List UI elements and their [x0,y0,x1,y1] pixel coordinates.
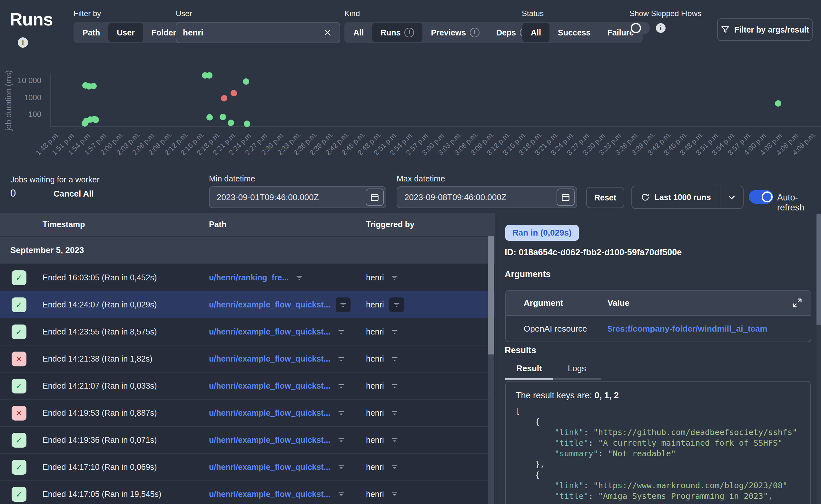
argument-value-link[interactable]: $res:f/company-folder/windmill_ai_team [608,324,767,334]
chart-point-success[interactable] [775,100,781,107]
run-timestamp: Ended 14:17:05 (Ran in 19,545s) [35,489,198,499]
table-scrollbar-thumb[interactable] [488,236,494,354]
status-option-success[interactable]: Success [550,23,599,42]
run-path-link[interactable]: u/henri/ranking_fre... [209,273,288,282]
filter-by-user-icon[interactable] [389,381,400,392]
page-title: Runs [10,9,53,30]
filter-by-user-icon[interactable] [389,272,400,283]
max-datetime-input[interactable]: 2023-09-08T09:46:00.000Z [404,192,557,202]
min-calendar-icon[interactable] [366,189,384,206]
arguments-title: Arguments [505,269,551,279]
skipped-flows-info-icon[interactable]: i [656,23,666,33]
min-datetime-input-wrap: 2023-09-01T09:46:00.000Z [209,186,386,208]
filter-by-path-icon[interactable] [336,489,347,500]
table-row[interactable]: ✓ Ended 14:21:07 (Ran in 0,033s) u/henri… [0,373,495,400]
kind-option-previews-info-icon[interactable]: i [470,28,480,37]
filter-by-path-icon[interactable] [294,272,305,283]
chart-plot-area [50,73,821,127]
arguments-table: Argument Value OpenAI resource $res:f/co… [505,290,811,342]
run-timestamp: Ended 14:17:10 (Ran in 0,069s) [35,462,198,472]
run-path-link[interactable]: u/henri/example_flow_quickst... [209,462,330,472]
chart-point-success[interactable] [90,83,97,89]
filter-by-user-icon[interactable] [389,462,400,473]
run-path-link[interactable]: u/henri/example_flow_quickst... [209,435,330,445]
filterby-option-path[interactable]: Path [74,23,108,42]
filter-by-user-icon[interactable] [389,326,400,337]
skipped-flows-group: Show Skipped Flows i [630,9,701,34]
col-timestamp: Timestamp [35,220,198,229]
filter-by-path-icon[interactable] [336,326,347,337]
filter-by-path-icon[interactable] [336,435,347,446]
run-timestamp: Ended 14:24:07 (Ran in 0,029s) [35,300,198,309]
run-path-link[interactable]: u/henri/example_flow_quickst... [209,300,330,309]
table-row[interactable]: ✕ Ended 14:21:38 (Ran in 1,82s) u/henri/… [0,345,495,373]
run-path-link[interactable]: u/henri/example_flow_quickst... [209,327,330,336]
filter-by-path-icon[interactable] [336,408,347,419]
filter-args-button[interactable]: Filter by args/result [717,18,813,41]
kind-option-runs[interactable]: Runsi [372,23,423,42]
filter-by-label: Filter by [73,9,185,18]
kind-option-previews[interactable]: Previewsi [423,23,488,42]
reset-button[interactable]: Reset [586,187,624,208]
expand-icon[interactable] [791,297,803,309]
filter-by-user-icon[interactable] [389,297,404,312]
argument-name: OpenAI resource [506,324,608,334]
chart-point-success[interactable] [243,78,249,85]
y-tick-label: 100 [9,110,41,119]
table-row[interactable]: ✓ Ended 14:23:55 (Ran in 8,575s) u/henri… [0,318,495,345]
run-triggered-by: henri [366,354,384,363]
max-calendar-icon[interactable] [557,189,575,206]
filter-by-path-icon[interactable] [336,462,347,473]
run-timestamp: Ended 16:03:05 (Ran in 0,452s) [35,273,198,282]
filter-by-path-icon[interactable] [336,354,347,364]
last-runs-button[interactable]: Last 1000 runs [631,186,744,209]
chart-point-success[interactable] [220,114,226,120]
auto-refresh-label: Auto-refresh [777,193,821,213]
chart-point-success[interactable] [228,120,234,126]
page-scrollbar-thumb[interactable] [816,214,821,325]
clear-user-icon[interactable] [322,27,333,38]
run-path-link[interactable]: u/henri/example_flow_quickst... [209,408,330,418]
auto-refresh-toggle[interactable] [749,190,773,204]
table-row[interactable]: ✓ Ended 14:17:05 (Ran in 19,545s) u/henr… [0,481,495,504]
status-filter-group: Status AllSuccessFailure [522,9,643,43]
filterby-option-user[interactable]: User [108,23,143,42]
chart-point-failure[interactable] [230,90,237,96]
refresh-icon [641,193,650,202]
filter-by-path-icon[interactable] [336,297,350,312]
tab-result[interactable]: Result [505,363,553,379]
last-runs-dropdown-chevron-icon[interactable] [720,193,743,202]
value-col-header: Value [608,298,630,308]
min-datetime-input[interactable]: 2023-09-01T09:46:00.000Z [217,192,366,202]
table-row[interactable]: ✓ Ended 14:17:10 (Ran in 0,069s) u/henri… [0,454,495,481]
table-row[interactable]: ✓ Ended 14:19:36 (Ran in 0,071s) u/henri… [0,427,495,454]
user-input[interactable]: henri [183,28,322,38]
run-path-link[interactable]: u/henri/example_flow_quickst... [209,354,330,363]
table-row[interactable]: ✓ Ended 14:24:07 (Ran in 0,029s) u/henri… [0,291,495,318]
queue-label: Jobs waiting for a worker [10,175,100,184]
filter-by-path-icon[interactable] [336,381,347,392]
chart-point-success[interactable] [93,117,99,123]
table-row[interactable]: ✕ Ended 14:19:53 (Ran in 0,887s) u/henri… [0,400,495,427]
run-path-link[interactable]: u/henri/example_flow_quickst... [209,381,330,391]
table-row[interactable]: ✓ Ended 16:03:05 (Ran in 0,452s) u/henri… [0,264,495,291]
run-path-link[interactable]: u/henri/example_flow_quickst... [209,489,330,499]
chart-point-success[interactable] [244,121,250,127]
run-triggered-by: henri [366,273,384,282]
filter-by-user-icon[interactable] [389,408,400,419]
filter-by-user-icon[interactable] [389,354,400,364]
kind-label: Kind [344,9,539,18]
tab-logs[interactable]: Logs [553,363,601,379]
filter-by-user-icon[interactable] [389,435,400,446]
cancel-all-button[interactable]: Cancel All [54,189,94,199]
skipped-flows-toggle[interactable] [630,22,650,34]
runs-info-icon[interactable]: i [18,37,28,48]
filter-by-user-icon[interactable] [389,489,400,500]
min-datetime-label: Min datetime [209,174,255,183]
page-scrollbar[interactable] [816,213,821,504]
table-scrollbar[interactable] [488,236,494,504]
status-option-all[interactable]: All [523,23,550,42]
kind-option-all[interactable]: All [345,23,372,42]
status-icon: ✓ [12,433,26,448]
kind-option-runs-info-icon[interactable]: i [404,28,414,37]
